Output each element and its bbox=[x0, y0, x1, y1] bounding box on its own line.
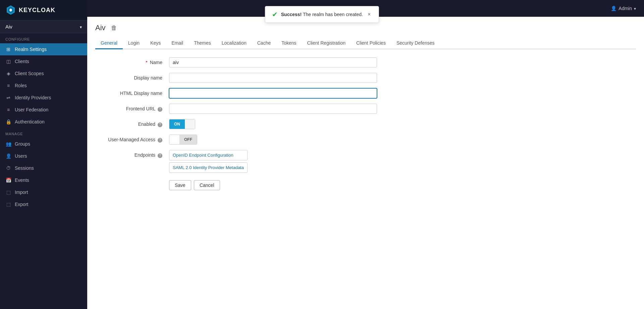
sidebar-item-users[interactable]: 👤 Users bbox=[0, 150, 87, 162]
saml-endpoint-link[interactable]: SAML 2.0 Identity Provider Metadata bbox=[169, 162, 248, 173]
toggle-off-button[interactable]: OFF bbox=[179, 135, 197, 144]
user-federation-icon: ≡ bbox=[5, 107, 11, 113]
sidebar-item-label: Clients bbox=[15, 59, 29, 64]
sidebar-item-user-federation[interactable]: ≡ User Federation bbox=[0, 104, 87, 116]
tab-login[interactable]: Login bbox=[123, 38, 145, 49]
sidebar-item-label: Events bbox=[15, 177, 29, 183]
save-button[interactable]: Save bbox=[169, 180, 191, 190]
delete-realm-button[interactable]: 🗑 bbox=[109, 24, 119, 32]
toast-success-icon: ✔ bbox=[272, 10, 278, 18]
tab-tokens[interactable]: Tokens bbox=[276, 38, 302, 49]
admin-user-icon: 👤 bbox=[611, 6, 616, 11]
frontend-url-help-icon[interactable]: ? bbox=[158, 107, 162, 112]
sidebar-item-label: Realm Settings bbox=[15, 47, 47, 52]
enabled-toggle[interactable]: ON bbox=[169, 119, 195, 129]
tab-email[interactable]: Email bbox=[166, 38, 189, 49]
svg-rect-4 bbox=[9, 9, 12, 11]
sidebar-item-roles[interactable]: ≡ Roles bbox=[0, 80, 87, 92]
app-name: KEYCLOAK bbox=[19, 7, 55, 14]
tab-client-policies[interactable]: Client Policies bbox=[351, 38, 391, 49]
user-managed-access-toggle[interactable]: OFF bbox=[169, 135, 197, 145]
user-managed-access-row: User-Managed Access ? OFF bbox=[95, 135, 397, 145]
admin-chevron-icon bbox=[634, 6, 636, 11]
openid-endpoint-link[interactable]: OpenID Endpoint Configuration bbox=[169, 150, 248, 160]
realm-selector[interactable]: Aiv bbox=[0, 20, 87, 33]
authentication-icon: 🔒 bbox=[5, 119, 11, 125]
sidebar-item-label: Roles bbox=[15, 83, 27, 88]
page-area: ✔ Success! The realm has been created. ×… bbox=[87, 17, 644, 309]
name-input[interactable] bbox=[169, 57, 377, 67]
sidebar: KEYCLOAK Aiv Configure ⊞ Realm Settings … bbox=[0, 0, 87, 309]
sidebar-item-label: Users bbox=[15, 153, 27, 159]
sidebar-item-realm-settings[interactable]: ⊞ Realm Settings bbox=[0, 43, 87, 55]
sidebar-item-label: Export bbox=[15, 202, 28, 207]
main-content: 👤 Admin ✔ Success! The realm has been cr… bbox=[87, 0, 644, 309]
sidebar-item-label: Sessions bbox=[15, 165, 34, 171]
sidebar-item-sessions[interactable]: ⏱ Sessions bbox=[0, 162, 87, 174]
frontend-url-label: Frontend URL ? bbox=[95, 104, 169, 112]
sidebar-item-export[interactable]: ⬚ Export bbox=[0, 198, 87, 210]
sidebar-item-client-scopes[interactable]: ◈ Client Scopes bbox=[0, 67, 87, 80]
user-managed-access-label: User-Managed Access ? bbox=[95, 135, 169, 143]
tab-themes[interactable]: Themes bbox=[189, 38, 216, 49]
display-name-input[interactable] bbox=[169, 73, 377, 83]
sessions-icon: ⏱ bbox=[5, 165, 11, 171]
enabled-help-icon[interactable]: ? bbox=[158, 122, 162, 127]
user-managed-access-help-icon[interactable]: ? bbox=[158, 138, 162, 143]
manage-section-label: Manage bbox=[0, 128, 87, 138]
toggle-off-placeholder[interactable] bbox=[185, 119, 195, 129]
sidebar-header: KEYCLOAK bbox=[0, 0, 87, 20]
realm-settings-form: * Name Display name HTML Display name Fr… bbox=[95, 57, 397, 190]
sidebar-item-import[interactable]: ⬚ Import bbox=[0, 186, 87, 198]
sidebar-item-clients[interactable]: ◫ Clients bbox=[0, 55, 87, 67]
tab-general[interactable]: General bbox=[95, 38, 123, 49]
html-display-name-input[interactable] bbox=[169, 88, 377, 98]
toast-close-button[interactable]: × bbox=[366, 11, 372, 17]
sidebar-item-label: Identity Providers bbox=[15, 95, 51, 100]
events-icon: 📅 bbox=[5, 177, 11, 183]
sidebar-item-label: User Federation bbox=[15, 107, 48, 112]
sidebar-item-groups[interactable]: 👥 Groups bbox=[0, 138, 87, 150]
enabled-label: Enabled ? bbox=[95, 119, 169, 127]
user-managed-access-toggle-control[interactable]: OFF bbox=[169, 135, 197, 145]
admin-user-label: Admin bbox=[619, 6, 632, 11]
name-label: * Name bbox=[95, 57, 169, 65]
display-name-row: Display name bbox=[95, 73, 397, 83]
display-name-label: Display name bbox=[95, 73, 169, 81]
keycloak-logo-icon bbox=[5, 5, 16, 15]
sidebar-item-events[interactable]: 📅 Events bbox=[0, 174, 87, 186]
frontend-url-input[interactable] bbox=[169, 104, 377, 114]
sidebar-item-authentication[interactable]: 🔒 Authentication bbox=[0, 116, 87, 128]
toggle-on-button[interactable]: ON bbox=[169, 119, 185, 129]
client-scopes-icon: ◈ bbox=[5, 70, 11, 76]
tab-security-defenses[interactable]: Security Defenses bbox=[391, 38, 440, 49]
sidebar-item-identity-providers[interactable]: ⇌ Identity Providers bbox=[0, 92, 87, 104]
cancel-button[interactable]: Cancel bbox=[194, 180, 220, 190]
toggle-empty-slot[interactable] bbox=[169, 135, 179, 144]
enabled-toggle-control[interactable]: ON bbox=[169, 119, 195, 129]
tab-keys[interactable]: Keys bbox=[145, 38, 166, 49]
realm-settings-icon: ⊞ bbox=[5, 46, 11, 52]
required-star: * bbox=[146, 60, 147, 65]
tab-client-registration[interactable]: Client Registration bbox=[302, 38, 351, 49]
endpoints-row: Endpoints ? OpenID Endpoint Configuratio… bbox=[95, 150, 397, 175]
admin-user-menu[interactable]: 👤 Admin bbox=[611, 6, 636, 11]
app-logo: KEYCLOAK bbox=[5, 5, 55, 15]
endpoints-help-icon[interactable]: ? bbox=[158, 153, 162, 158]
tab-localization[interactable]: Localization bbox=[216, 38, 252, 49]
groups-icon: 👥 bbox=[5, 141, 11, 147]
export-icon: ⬚ bbox=[5, 201, 11, 207]
sidebar-item-label: Client Scopes bbox=[15, 71, 44, 76]
identity-providers-icon: ⇌ bbox=[5, 95, 11, 101]
tab-cache[interactable]: Cache bbox=[252, 38, 276, 49]
toast-notification: ✔ Success! The realm has been created. × bbox=[265, 6, 379, 23]
import-icon: ⬚ bbox=[5, 189, 11, 195]
frontend-url-row: Frontend URL ? bbox=[95, 104, 397, 114]
toast-message: Success! The realm has been created. bbox=[281, 12, 363, 17]
enabled-row: Enabled ? ON bbox=[95, 119, 397, 129]
sidebar-item-label: Authentication bbox=[15, 119, 45, 124]
page-title: Aiv bbox=[95, 23, 106, 32]
realm-name: Aiv bbox=[5, 24, 12, 30]
sidebar-item-label: Import bbox=[15, 190, 28, 195]
form-actions: Save Cancel bbox=[169, 180, 397, 190]
